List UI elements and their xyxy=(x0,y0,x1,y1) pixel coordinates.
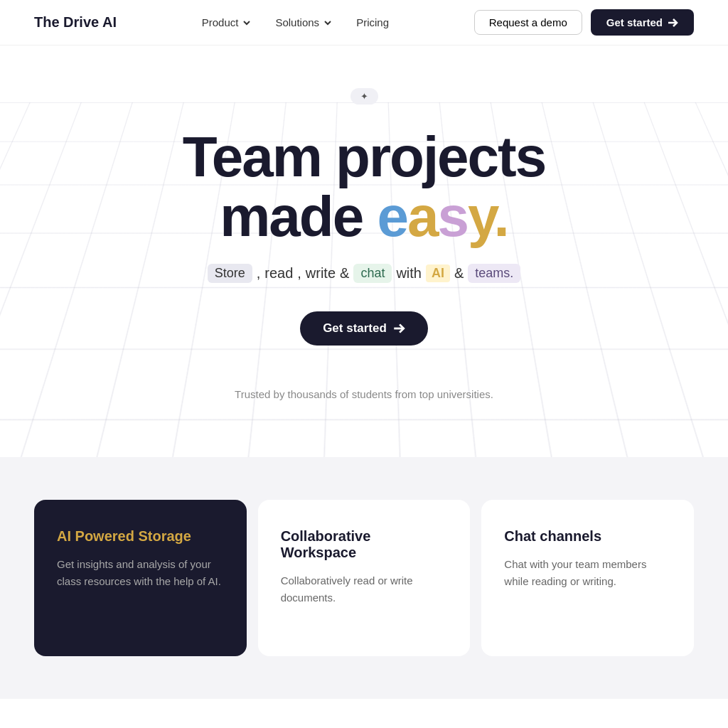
features-grid: AI Powered Storage Get insights and anal… xyxy=(34,500,694,656)
subtitle-with: with xyxy=(396,265,422,282)
nav-solutions[interactable]: Solutions xyxy=(275,16,333,28)
chevron-down-icon xyxy=(241,17,252,28)
request-demo-button[interactable]: Request a demo xyxy=(474,10,582,35)
bottom-section xyxy=(0,699,728,728)
chevron-down-icon xyxy=(322,17,333,28)
subtitle-comma1: , xyxy=(257,265,261,282)
hero-title: Team projects made easy. xyxy=(14,127,714,247)
feature-desc-collaborative: Collaboratively read or write documents. xyxy=(281,572,448,606)
subtitle-read: read xyxy=(264,265,293,282)
feature-desc-chat: Chat with your team members while readin… xyxy=(504,556,671,590)
badge-icon: ✦ xyxy=(360,91,368,102)
feature-title-collaborative: Collaborative Workspace xyxy=(281,528,448,561)
subtitle-amp2: & xyxy=(454,265,464,282)
subtitle-comma2: , xyxy=(297,265,301,282)
arrow-right-icon xyxy=(392,322,405,335)
navbar: The Drive AI Product Solutions Pricing R… xyxy=(0,0,728,46)
subtitle-teams: teams. xyxy=(468,264,520,283)
feature-desc-ai-storage: Get insights and analysis of your class … xyxy=(57,556,224,590)
subtitle-chat: chat xyxy=(353,264,392,283)
site-logo[interactable]: The Drive AI xyxy=(34,14,117,31)
feature-card-chat: Chat channels Chat with your team member… xyxy=(481,500,694,656)
nav-product[interactable]: Product xyxy=(202,16,253,28)
get-started-hero-button[interactable]: Get started xyxy=(300,311,428,346)
feature-title-chat: Chat channels xyxy=(504,528,671,545)
nav-pricing[interactable]: Pricing xyxy=(356,16,389,28)
hero-subtitle: Store , read , write & chat with AI & te… xyxy=(14,264,714,283)
subtitle-ai: AI xyxy=(426,264,450,282)
features-section: AI Powered Storage Get insights and anal… xyxy=(0,457,728,699)
subtitle-amp1: & xyxy=(340,265,349,282)
subtitle-store: Store xyxy=(208,264,252,283)
hero-section: ✦ Team projects made easy. Store , read … xyxy=(0,46,728,457)
arrow-right-icon xyxy=(667,17,678,28)
feature-card-ai-storage: AI Powered Storage Get insights and anal… xyxy=(34,500,247,656)
trust-text: Trusted by thousands of students from to… xyxy=(14,388,714,400)
feature-title-ai-storage: AI Powered Storage xyxy=(57,528,224,545)
nav-actions: Request a demo Get started xyxy=(474,9,694,36)
subtitle-write: write xyxy=(306,265,336,282)
nav-links: Product Solutions Pricing xyxy=(202,16,389,28)
feature-card-collaborative: Collaborative Workspace Collaboratively … xyxy=(258,500,471,656)
hero-cta: Get started xyxy=(14,311,714,346)
get-started-nav-button[interactable]: Get started xyxy=(591,9,694,36)
hero-badge: ✦ xyxy=(350,88,378,105)
